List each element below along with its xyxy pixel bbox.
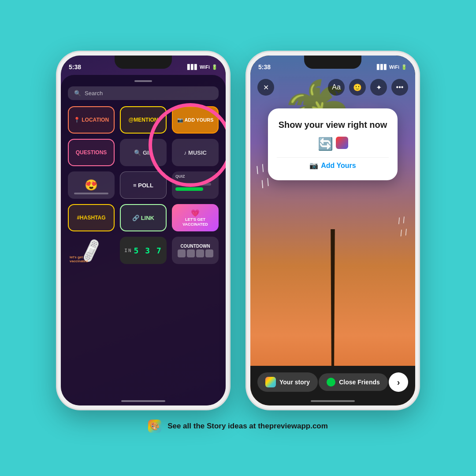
close-icon: ✕: [263, 83, 269, 92]
emoji-icon: 😍: [85, 179, 98, 191]
vaccinated-label: LET'S GETVACCINATED: [182, 217, 208, 227]
sticker-mention[interactable]: @MENTION: [120, 106, 167, 134]
countdown-block-1: [178, 249, 186, 257]
link-label: 🔗 LINK: [132, 215, 154, 221]
countdown-block-4: [205, 249, 213, 257]
right-phone: 🌴 5:38 ▋▋▋ WiFi 🔋 / // / / // /: [247, 52, 419, 409]
left-status-icons: ▋▋▋ WiFi 🔋: [187, 64, 218, 70]
add-yours-button-label: Add Yours: [321, 162, 356, 170]
sticker-poll[interactable]: ≡ POLL: [120, 171, 167, 199]
search-bar[interactable]: 🔍 Search: [68, 86, 219, 100]
face-icon: 🙂: [353, 83, 362, 92]
add-yours-button-icon: 📷: [309, 161, 318, 170]
story-bottom-bar: Your story Close Friends ›: [250, 366, 415, 405]
sticker-grid: 📍 LOCATION @MENTION 📷 ADD YOURS QUESTION…: [61, 106, 226, 264]
sticker-link[interactable]: 🔗 LINK: [120, 204, 167, 231]
story-next-button[interactable]: ›: [389, 372, 408, 392]
sparkle-icon: ✦: [376, 83, 382, 92]
right-status-time: 5:38: [258, 63, 271, 71]
footer: 🎨 See all the Story ideas at thepreviewa…: [148, 420, 328, 433]
close-friends-label: Close Friends: [339, 379, 380, 386]
next-arrow-icon: ›: [397, 377, 400, 387]
left-home-indicator: [121, 400, 165, 402]
footer-logo: 🎨: [148, 420, 161, 433]
poll-label: ≡ POLL: [133, 182, 153, 189]
music-label: ♪ MUSIC: [184, 149, 207, 156]
more-button[interactable]: •••: [391, 79, 408, 96]
search-placeholder: Search: [85, 90, 103, 97]
quiz-label: QUIZ: [175, 174, 185, 178]
countdown-block-2: [187, 249, 195, 257]
quiz-bar: [175, 187, 203, 191]
search-icon: 🔍: [74, 90, 81, 97]
footer-text: See all the Story ideas at thepreviewapp…: [167, 422, 328, 431]
counter-value: 5 3 7: [134, 246, 162, 255]
card-icon-1: 🔄: [318, 137, 333, 151]
sticker-vaccinated[interactable]: 💗 LET'S GETVACCINATED: [172, 204, 219, 231]
sparkle-button[interactable]: ✦: [370, 79, 387, 96]
right-wifi-icon: WiFi: [389, 64, 399, 70]
your-story-button[interactable]: Your story: [257, 372, 318, 392]
add-yours-card: Show your view right now 🔄 📷 Add Yours: [268, 108, 398, 180]
card-icons: 🔄: [277, 137, 389, 151]
questions-label: QUESTIONS: [76, 149, 107, 156]
right-notch: [304, 56, 361, 69]
text-button[interactable]: Aa: [328, 79, 345, 96]
hashtag-label: #HASHTAG: [77, 215, 105, 221]
right-home-indicator: [311, 400, 355, 402]
preview-logo-icon: 🎨: [150, 421, 160, 431]
sticker-counter[interactable]: IN 5 3 7: [120, 237, 167, 264]
your-story-label: Your story: [279, 379, 310, 386]
sticker-sheet: 🔍 Search 📍 LOCATION @MENTION 📷 ADD YOURS: [61, 75, 226, 405]
more-icon: •••: [396, 83, 404, 91]
story-ctrl-group: Aa 🙂 ✦ •••: [328, 79, 408, 96]
countdown-label: COUNTDOWN: [180, 244, 210, 249]
sticker-quiz[interactable]: QUIZ: [172, 171, 219, 199]
sticker-bandaid[interactable]: 🩹 let's getvaccinated: [68, 237, 115, 264]
battery-icon: 🔋: [212, 64, 218, 70]
sticker-location[interactable]: 📍 LOCATION: [68, 106, 115, 134]
left-phone: 5:38 ▋▋▋ WiFi 🔋 🔍 Search: [57, 52, 229, 409]
wifi-icon: WiFi: [200, 64, 210, 70]
add-yours-button[interactable]: 📷 Add Yours: [277, 157, 389, 173]
close-friends-button[interactable]: Close Friends: [319, 373, 388, 391]
sticker-music[interactable]: ♪ MUSIC: [172, 139, 219, 166]
text-icon: Aa: [332, 83, 341, 91]
addyours-label: 📷 ADD YOURS: [177, 117, 213, 123]
left-status-time: 5:38: [69, 63, 81, 71]
sticker-gif[interactable]: 🔍 GIF: [120, 139, 167, 166]
left-notch: [115, 56, 172, 69]
sticker-questions[interactable]: QUESTIONS: [68, 139, 115, 166]
countdown-block-3: [196, 249, 204, 257]
sticker-countdown[interactable]: COUNTDOWN: [172, 237, 219, 264]
card-icon-2: [336, 137, 348, 149]
sticker-hashtag[interactable]: #HASHTAG: [68, 204, 115, 231]
gif-label: 🔍 GIF: [134, 149, 152, 156]
signal-icon: ▋▋▋: [187, 64, 198, 70]
page-wrapper: 5:38 ▋▋▋ WiFi 🔋 🔍 Search: [0, 0, 476, 476]
close-button[interactable]: ✕: [257, 79, 274, 96]
right-battery-icon: 🔋: [401, 64, 407, 70]
counter-label: IN: [124, 248, 132, 253]
card-title: Show your view right now: [277, 119, 389, 130]
color-wheel-icon: [265, 377, 276, 387]
location-label: 📍 LOCATION: [74, 117, 109, 123]
right-status-icons: ▋▋▋ WiFi 🔋: [377, 64, 407, 70]
drag-handle[interactable]: [134, 80, 152, 82]
sticker-addyours[interactable]: 📷 ADD YOURS: [172, 106, 219, 134]
phones-row: 5:38 ▋▋▋ WiFi 🔋 🔍 Search: [57, 52, 419, 409]
story-top-bar: ✕ Aa 🙂 ✦ •••: [250, 75, 415, 100]
sticker-emoji-slider[interactable]: 😍: [68, 171, 115, 199]
face-button[interactable]: 🙂: [349, 79, 366, 96]
right-signal-icon: ▋▋▋: [377, 64, 387, 70]
green-dot-icon: [327, 378, 335, 387]
mention-label: @MENTION: [128, 117, 158, 123]
